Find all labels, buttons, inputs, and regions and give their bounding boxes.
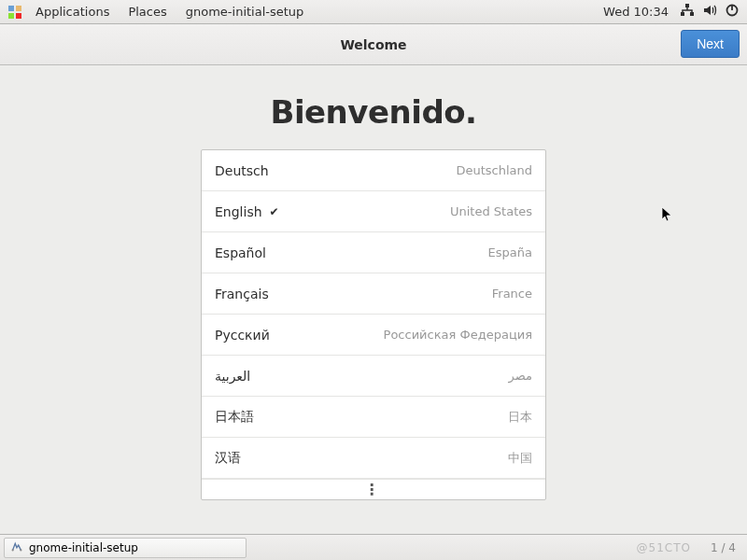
- svg-rect-3: [16, 13, 21, 19]
- language-name: Deutsch: [215, 163, 269, 178]
- language-country: Deutschland: [456, 163, 532, 177]
- gnome-top-bar: Applications Places gnome-initial-setup …: [0, 0, 747, 24]
- next-button[interactable]: Next: [681, 30, 740, 58]
- taskbar-app-label: gnome-initial-setup: [29, 541, 138, 554]
- app-icon: [10, 539, 23, 555]
- page-title: Welcome: [340, 37, 406, 52]
- svg-rect-2: [8, 13, 14, 19]
- power-icon[interactable]: [725, 3, 740, 21]
- language-row-francais[interactable]: Français France: [202, 273, 545, 315]
- workspace-pager[interactable]: 1 / 4: [711, 541, 743, 554]
- language-country: United States: [450, 204, 532, 218]
- language-row-espanol[interactable]: Español España: [202, 232, 545, 273]
- language-list: Deutsch Deutschland English ✔ United Sta…: [201, 149, 546, 500]
- current-app-menu[interactable]: gnome-initial-setup: [176, 5, 314, 19]
- language-country: مصر: [509, 369, 532, 383]
- language-row-russian[interactable]: Русский Российская Федерация: [202, 315, 545, 356]
- language-country: 中国: [508, 450, 532, 467]
- language-row-chinese[interactable]: 汉语 中国: [202, 438, 545, 479]
- main-content: Bienvenido. Deutsch Deutschland English …: [0, 65, 747, 534]
- applications-menu[interactable]: Applications: [26, 5, 119, 19]
- language-name: Русский: [215, 328, 270, 343]
- language-country: 日本: [508, 409, 532, 426]
- more-languages-button[interactable]: ⋮: [202, 479, 545, 499]
- language-name: 汉语: [215, 450, 241, 467]
- system-tray: [676, 3, 743, 21]
- svg-point-9: [12, 549, 14, 551]
- svg-rect-0: [8, 6, 14, 11]
- svg-point-10: [20, 549, 21, 551]
- svg-rect-5: [681, 12, 684, 16]
- language-country: España: [488, 245, 532, 259]
- language-name: العربية: [215, 369, 250, 384]
- bottom-taskbar: gnome-initial-setup 1 / 4: [0, 534, 747, 560]
- language-row-arabic[interactable]: العربية مصر: [202, 356, 545, 397]
- language-row-japanese[interactable]: 日本語 日本: [202, 397, 545, 438]
- language-row-deutsch[interactable]: Deutsch Deutschland: [202, 150, 545, 191]
- places-menu[interactable]: Places: [119, 5, 176, 19]
- svg-rect-4: [685, 4, 689, 7]
- language-country: Российская Федерация: [384, 328, 532, 342]
- network-icon[interactable]: [680, 3, 695, 21]
- activities-icon[interactable]: [7, 5, 22, 20]
- welcome-heading: Bienvenido.: [270, 93, 476, 131]
- svg-rect-1: [16, 6, 21, 11]
- check-icon: ✔: [270, 205, 279, 218]
- language-name: English: [215, 204, 262, 219]
- clock[interactable]: Wed 10:34: [596, 5, 676, 19]
- language-name: Español: [215, 245, 266, 260]
- volume-icon[interactable]: [702, 3, 717, 21]
- svg-rect-6: [690, 12, 694, 16]
- language-country: France: [492, 287, 532, 301]
- language-row-english[interactable]: English ✔ United States: [202, 191, 545, 232]
- language-name: Français: [215, 287, 269, 301]
- taskbar-app-button[interactable]: gnome-initial-setup: [4, 538, 247, 558]
- language-name: 日本語: [215, 409, 254, 426]
- window-headerbar: Welcome Next: [0, 24, 747, 65]
